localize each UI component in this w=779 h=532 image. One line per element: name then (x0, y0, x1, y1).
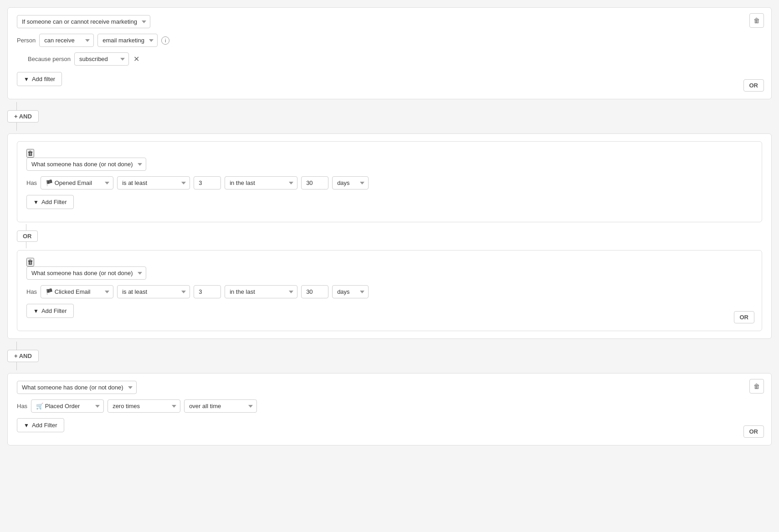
zero-times-select[interactable]: zero times (108, 399, 180, 413)
and-line-2 (16, 342, 17, 350)
delete-block-1-button[interactable]: 🗑 (749, 13, 764, 28)
condition-block-4: 🗑 What someone has done (or not done) Ha… (7, 373, 772, 445)
block2-title-row: What someone has done (or not done) (26, 158, 753, 171)
days-unit-select-2[interactable]: days (332, 176, 369, 189)
block3-add-filter-row: ▼ Add Filter OR (26, 304, 753, 318)
delete-block-4-button[interactable]: 🗑 (749, 379, 764, 394)
or-group-block: 🗑 What someone has done (or not done) Ha… (7, 133, 772, 339)
because-row: Because person subscribed ✕ (28, 52, 762, 66)
and-button-1[interactable]: + AND (7, 110, 39, 123)
block1-main-select[interactable]: If someone can or cannot receive marketi… (17, 15, 150, 28)
x-icon: ✕ (133, 55, 139, 63)
opened-email-select[interactable]: 🏴 Opened Email (41, 176, 113, 189)
has-label-2: Has (26, 179, 37, 186)
person-label: Person (17, 37, 36, 44)
and-line-2b (16, 362, 17, 370)
block4-or-badge[interactable]: OR (743, 425, 764, 438)
block1-add-filter-row: ▼ Add filter OR (17, 72, 762, 86)
add-filter-label-3: Add Filter (41, 307, 67, 314)
filter-icon-2: ▼ (33, 199, 39, 205)
has-label-3: Has (26, 288, 37, 295)
delete-block-3-button[interactable]: 🗑 (26, 258, 34, 266)
block3-has-row: Has 🏴 Clicked Email is at least in the l… (26, 285, 753, 298)
filter-icon-4: ▼ (24, 422, 29, 429)
block4-add-filter-row: ▼ Add Filter OR (17, 418, 762, 432)
and-line-1 (16, 102, 17, 110)
condition-block-3: 🗑 What someone has done (or not done) Ha… (17, 250, 762, 331)
info-icon[interactable]: i (161, 36, 169, 45)
block3-add-filter-button[interactable]: ▼ Add Filter (26, 304, 74, 318)
has-label-4: Has (17, 403, 27, 409)
block1-or-badge[interactable]: OR (743, 79, 764, 92)
or-inner-button[interactable]: OR (17, 230, 38, 242)
block4-add-filter-button[interactable]: ▼ Add Filter (17, 418, 64, 432)
block3-main-select[interactable]: What someone has done (or not done) (26, 266, 146, 280)
add-filter-label-4: Add Filter (32, 422, 57, 429)
in-the-last-select-3[interactable]: in the last (225, 285, 297, 298)
block2-has-row: Has 🏴 Opened Email is at least in the la… (26, 176, 753, 189)
condition-block-2: 🗑 What someone has done (or not done) Ha… (17, 141, 762, 222)
count-input-2[interactable] (194, 176, 221, 189)
is-at-least-select-3[interactable]: is at least (117, 285, 190, 298)
days-input-3[interactable] (301, 285, 328, 298)
add-filter-label-1: Add filter (32, 76, 55, 82)
block3-or-badge[interactable]: OR (734, 311, 755, 323)
block2-add-filter-button[interactable]: ▼ Add Filter (26, 195, 74, 209)
block4-has-row: Has 🛒 Placed Order zero times over all t… (17, 399, 762, 413)
delete-block-2-button[interactable]: 🗑 (26, 149, 34, 158)
filter-icon-3: ▼ (33, 308, 39, 314)
filter-icon: ▼ (24, 76, 29, 82)
block1-person-row: Person can receive email marketing i (17, 34, 762, 47)
or-inner-line-top (26, 224, 26, 230)
block2-main-select[interactable]: What someone has done (or not done) (26, 158, 146, 171)
because-label: Because person (28, 56, 71, 62)
trash-icon-4: 🗑 (753, 383, 760, 390)
and-line-1b (16, 123, 17, 131)
or-connector-inner: OR (17, 224, 762, 248)
and-connector-2: + AND (7, 342, 772, 370)
block1-title-row: If someone can or cannot receive marketi… (17, 15, 762, 28)
subscribed-select[interactable]: subscribed (74, 52, 129, 66)
over-all-time-select[interactable]: over all time (184, 399, 257, 413)
block4-main-select[interactable]: What someone has done (or not done) (17, 381, 137, 394)
is-at-least-select-2[interactable]: is at least (117, 176, 190, 189)
trash-icon: 🗑 (753, 17, 760, 24)
email-marketing-select[interactable]: email marketing (97, 34, 158, 47)
placed-order-select[interactable]: 🛒 Placed Order (31, 399, 104, 413)
in-the-last-select-2[interactable]: in the last (225, 176, 297, 189)
block3-title-row: What someone has done (or not done) (26, 266, 753, 280)
can-receive-select[interactable]: can receive (39, 34, 94, 47)
days-input-2[interactable] (301, 176, 328, 189)
or-inner-line-bottom (26, 242, 26, 248)
trash-icon-2: 🗑 (27, 150, 33, 157)
days-unit-select-3[interactable]: days (332, 285, 369, 298)
and-button-2[interactable]: + AND (7, 350, 39, 362)
condition-block-1: 🗑 If someone can or cannot receive marke… (7, 7, 772, 99)
block1-add-filter-button[interactable]: ▼ Add filter (17, 72, 62, 86)
count-input-3[interactable] (194, 285, 221, 298)
clicked-email-select[interactable]: 🏴 Clicked Email (41, 285, 113, 298)
and-connector-1: + AND (7, 102, 772, 131)
remove-because-button[interactable]: ✕ (133, 56, 140, 63)
add-filter-label-2: Add Filter (41, 199, 67, 205)
block4-title-row: What someone has done (or not done) (17, 381, 762, 394)
trash-icon-3: 🗑 (27, 259, 33, 266)
block2-add-filter-row: ▼ Add Filter (26, 195, 753, 209)
